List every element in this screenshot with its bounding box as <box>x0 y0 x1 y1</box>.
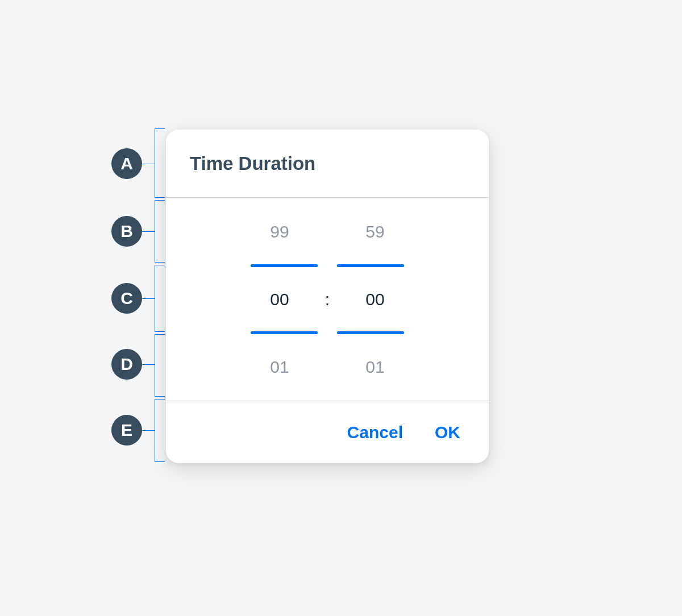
annotation-badge-e: E <box>111 415 142 446</box>
annotation-bracket-d <box>155 334 165 397</box>
modal-header: Time Duration <box>166 130 489 198</box>
picker-row-current[interactable]: 00 : 00 <box>166 265 489 333</box>
hours-current: 00 <box>246 290 313 309</box>
minutes-prev: 59 <box>342 222 409 242</box>
annotation-badge-c: C <box>111 283 142 314</box>
annotation-line-a <box>142 164 155 164</box>
annotation-line-b <box>142 231 155 232</box>
time-duration-modal: Time Duration 99 : 59 00 : 00 01 : 01 <box>166 130 489 463</box>
divider-top-minutes <box>337 264 404 267</box>
annotation-line-e <box>142 430 155 431</box>
modal-footer: Cancel OK <box>166 401 489 463</box>
annotation-badge-d: D <box>111 349 142 380</box>
minutes-next: 01 <box>342 357 409 377</box>
annotation-badge-a: A <box>111 148 142 179</box>
annotation-bracket-e <box>155 399 165 462</box>
divider-bottom-hours <box>251 331 318 334</box>
hours-next: 01 <box>246 357 313 377</box>
time-separator: : <box>322 290 332 309</box>
cancel-button[interactable]: Cancel <box>347 423 403 442</box>
annotation-bracket-c <box>155 265 165 332</box>
modal-title: Time Duration <box>190 153 315 174</box>
minutes-current: 00 <box>342 290 409 309</box>
annotation-line-c <box>142 298 155 299</box>
annotation-bracket-a <box>155 128 165 198</box>
ok-button[interactable]: OK <box>435 423 460 442</box>
picker-row-next[interactable]: 01 : 01 <box>166 333 489 401</box>
annotation-badge-b: B <box>111 216 142 247</box>
divider-top-hours <box>251 264 318 267</box>
annotation-line-d <box>142 364 155 365</box>
modal-body: 99 : 59 00 : 00 01 : 01 <box>166 198 489 401</box>
annotation-bracket-b <box>155 200 165 263</box>
hours-prev: 99 <box>246 222 313 242</box>
divider-bottom-minutes <box>337 331 404 334</box>
picker-row-prev[interactable]: 99 : 59 <box>166 198 489 265</box>
